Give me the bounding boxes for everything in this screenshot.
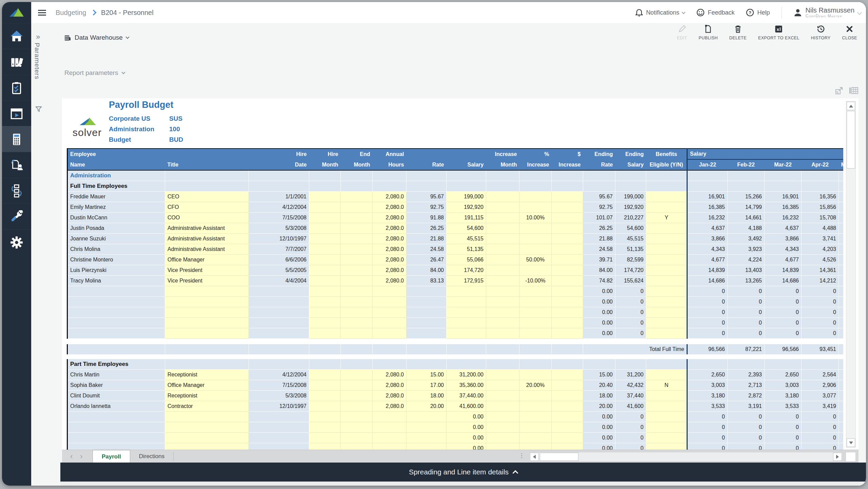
cell-annual_hours[interactable]: 2,080.0 [373,391,407,401]
sidebar-item-tools[interactable] [2,203,31,229]
breadcrumb-budgeting[interactable]: Budgeting [56,9,86,17]
cell-salary[interactable] [447,318,486,328]
cell-annual_hours[interactable] [373,443,407,450]
cell-dollar_increase[interactable] [552,223,583,234]
scroll-down-button[interactable] [847,438,855,447]
cell-benefits[interactable] [646,276,687,286]
cell-hire_month[interactable] [309,307,341,318]
cell-title[interactable]: Vice President [165,276,249,286]
cell-benefits[interactable] [646,297,687,307]
cell-hire_month[interactable] [309,380,341,391]
cell-title[interactable]: Receptionist [165,370,249,380]
cell-salary[interactable]: 191,115 [447,213,486,223]
cell-pct_increase[interactable] [519,223,552,234]
sidebar-item-collaboration[interactable] [2,152,31,178]
cell-pct_increase[interactable]: -10.00% [519,276,552,286]
cell-pct_increase[interactable] [519,244,552,255]
scroll-left-button[interactable] [530,453,539,461]
cell-pct_increase[interactable]: 50.00% [519,255,552,265]
context-selector[interactable]: Data Warehouse [64,34,129,41]
cell-hire_month[interactable] [309,265,341,276]
cell-title[interactable]: Administrative Assistant [165,244,249,255]
cell-end_month[interactable] [341,192,373,202]
cell-dollar_increase[interactable] [552,443,583,450]
cell-increase_month[interactable] [486,265,519,276]
cell-title[interactable] [165,307,249,318]
cell-hire_month[interactable] [309,192,341,202]
cell-end_month[interactable] [341,380,373,391]
cell-end_month[interactable] [341,318,373,328]
cell-rate[interactable]: 17.00 [407,380,447,391]
cell-title[interactable]: Vice President [165,265,249,276]
sidebar-item-reports[interactable] [2,100,31,126]
cell-increase_month[interactable] [486,244,519,255]
cell-dollar_increase[interactable] [552,192,583,202]
parameters-expand-icon[interactable]: » [36,33,40,41]
cell-dollar_increase[interactable] [552,286,583,297]
hamburger-menu-icon[interactable] [38,8,46,17]
cell-title[interactable]: Office Manager [165,255,249,265]
solver-logo-icon[interactable] [2,2,31,23]
cell-dollar_increase[interactable] [552,370,583,380]
cell-end_month[interactable] [341,307,373,318]
filter-icon[interactable] [35,106,42,113]
cell-dollar_increase[interactable] [552,401,583,412]
sidebar-item-tasks[interactable] [2,75,31,100]
cell-hire_month[interactable] [309,401,341,412]
cell-title[interactable] [165,422,249,433]
cell-salary[interactable]: 55,066 [447,255,486,265]
sidebar-item-budgeting[interactable] [2,126,31,152]
cell-annual_hours[interactable] [373,328,407,339]
cell-end_month[interactable] [341,391,373,401]
cell-increase_month[interactable] [486,443,519,450]
cell-end_month[interactable] [341,286,373,297]
cell-hire_month[interactable] [309,318,341,328]
cell-annual_hours[interactable]: 2,080.0 [373,255,407,265]
cell-increase_month[interactable] [486,401,519,412]
cell-hire_month[interactable] [309,286,341,297]
cell-hire_month[interactable] [309,202,341,213]
cell-hire_month[interactable] [309,443,341,450]
cell-rate[interactable] [407,443,447,450]
cell-increase_month[interactable] [486,412,519,422]
cell-hire_month[interactable] [309,328,341,339]
cell-dollar_increase[interactable] [552,276,583,286]
vertical-scroll-thumb[interactable] [847,111,855,169]
cell-hire_month[interactable] [309,223,341,234]
cell-salary[interactable] [447,307,486,318]
cell-increase_month[interactable] [486,328,519,339]
cell-annual_hours[interactable]: 2,080.0 [373,401,407,412]
cell-benefits[interactable] [646,391,687,401]
sidebar-item-archive[interactable] [2,49,31,75]
cell-increase_month[interactable] [486,255,519,265]
help-button[interactable]: ? Help [746,8,770,17]
cell-salary[interactable]: 45,515 [447,234,486,244]
grid-view-icon[interactable] [849,86,859,95]
cell-hire_month[interactable] [309,391,341,401]
cell-pct_increase[interactable] [519,401,552,412]
cell-increase_month[interactable] [486,380,519,391]
cell-pct_increase[interactable] [519,265,552,276]
cell-end_month[interactable] [341,422,373,433]
cell-salary[interactable]: 0.00 [447,412,486,422]
publish-button[interactable]: PUBLISH [699,24,718,40]
cell-increase_month[interactable] [486,370,519,380]
cell-salary[interactable] [447,328,486,339]
cell-increase_month[interactable] [486,192,519,202]
cell-increase_month[interactable] [486,286,519,297]
cell-dollar_increase[interactable] [552,202,583,213]
cell-salary[interactable]: 51,135 [447,244,486,255]
cell-annual_hours[interactable] [373,422,407,433]
cell-pct_increase[interactable] [519,307,552,318]
report-parameters-toggle[interactable]: Report parameters [64,69,125,77]
cell-annual_hours[interactable]: 2,080.0 [373,265,407,276]
cell-pct_increase[interactable] [519,391,552,401]
cell-salary[interactable]: 0.00 [447,422,486,433]
cell-benefits[interactable] [646,433,687,443]
cell-salary[interactable]: 54,600 [447,223,486,234]
cell-title[interactable]: CFO [165,202,249,213]
cell-benefits[interactable]: N [646,380,687,391]
cell-benefits[interactable] [646,422,687,433]
cell-increase_month[interactable] [486,213,519,223]
cell-rate[interactable]: 15.00 [407,370,447,380]
